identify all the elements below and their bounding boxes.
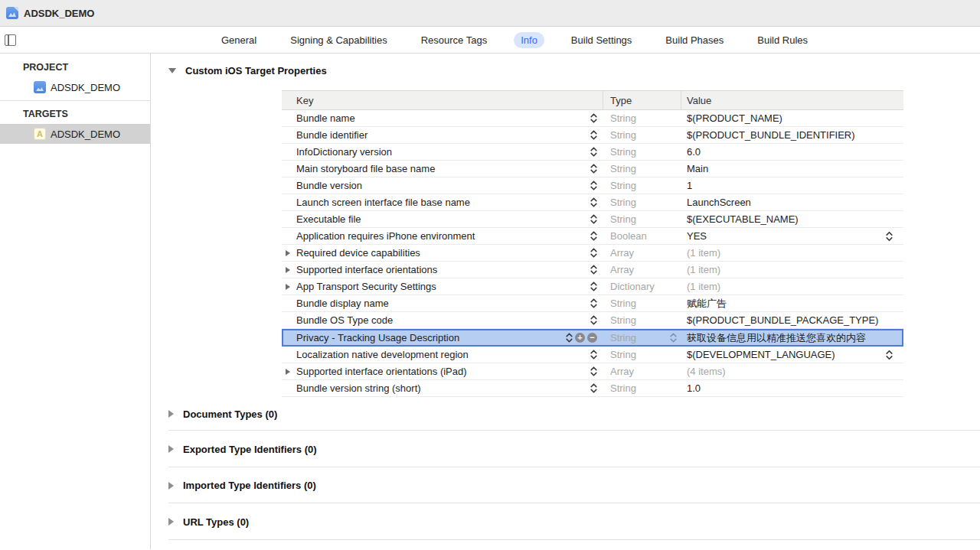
type-cell[interactable]: String — [603, 330, 681, 345]
key-stepper-icon[interactable] — [590, 315, 597, 325]
type-cell[interactable]: Dictionary — [603, 278, 681, 295]
key-cell[interactable]: Executable file + − — [282, 211, 603, 227]
value-cell[interactable]: 赋能广告 — [681, 295, 903, 311]
key-stepper-icon[interactable] — [590, 197, 597, 207]
tab-build-rules[interactable]: Build Rules — [750, 32, 815, 48]
type-cell[interactable]: Array — [603, 245, 681, 261]
type-cell[interactable]: String — [603, 312, 681, 328]
sidebar-item-target[interactable]: ADSDK_DEMO — [0, 124, 150, 144]
key-stepper-icon[interactable] — [590, 383, 597, 393]
value-cell[interactable]: 1 — [681, 177, 903, 194]
key-cell[interactable]: Bundle version + − — [282, 177, 603, 194]
value-cell[interactable]: $(PRODUCT_BUNDLE_PACKAGE_TYPE) — [681, 312, 903, 328]
sidebar-item-project[interactable]: ADSDK_DEMO — [0, 77, 150, 97]
type-cell[interactable]: String — [603, 347, 681, 363]
key-stepper-icon[interactable] — [590, 231, 597, 241]
plist-row[interactable]: Privacy - Tracking Usage Description + −… — [282, 329, 903, 347]
key-cell[interactable]: App Transport Security Settings + − — [282, 278, 603, 295]
disclosure-triangle-collapsed-icon[interactable] — [168, 445, 174, 453]
type-cell[interactable]: String — [603, 110, 681, 126]
disclosure-triangle-expanded-icon[interactable] — [168, 68, 176, 73]
section-exported-type-identifiers-0-[interactable]: Exported Type Identifiers (0) — [151, 431, 980, 467]
add-row-button[interactable]: + — [575, 333, 585, 343]
disclosure-triangle-collapsed-icon[interactable] — [286, 369, 290, 375]
value-cell[interactable]: (1 item) — [681, 262, 903, 278]
plist-row[interactable]: InfoDictionary version + − String 6.0 — [282, 144, 903, 161]
tab-general[interactable]: General — [214, 32, 263, 48]
tab-resource-tags[interactable]: Resource Tags — [414, 32, 494, 48]
key-stepper-icon[interactable] — [590, 248, 597, 258]
value-cell[interactable]: Main — [681, 161, 903, 177]
section-document-types-0-[interactable]: Document Types (0) — [151, 397, 980, 431]
sidebar-toggle-icon[interactable] — [5, 34, 16, 46]
type-cell[interactable]: String — [603, 295, 681, 311]
column-header-key[interactable]: Key — [282, 91, 603, 109]
plist-row[interactable]: Launch screen interface file base name +… — [282, 194, 903, 211]
key-cell[interactable]: Launch screen interface file base name +… — [282, 194, 603, 210]
type-cell[interactable]: Boolean — [603, 228, 681, 244]
key-cell[interactable]: Bundle version string (short) + − — [282, 380, 603, 396]
disclosure-triangle-collapsed-icon[interactable] — [286, 284, 290, 290]
value-cell[interactable]: (1 item) — [681, 245, 903, 261]
value-cell[interactable]: $(EXECUTABLE_NAME) — [681, 211, 903, 227]
plist-row[interactable]: Supported interface orientations (iPad) … — [282, 363, 903, 380]
key-cell[interactable]: Supported interface orientations + − — [282, 262, 603, 278]
plist-row[interactable]: Bundle OS Type code + − String $(PRODUCT… — [282, 312, 903, 329]
type-cell[interactable]: Array — [603, 363, 681, 379]
section-custom-ios-target-properties[interactable]: Custom iOS Target Properties — [168, 65, 327, 76]
tab-signing-capabilities[interactable]: Signing & Capabilities — [283, 32, 394, 48]
key-cell[interactable]: Application requires iPhone environment … — [282, 228, 603, 244]
plist-row[interactable]: Bundle version + − String 1 — [282, 177, 903, 194]
key-stepper-icon[interactable] — [566, 333, 573, 343]
section-imported-type-identifiers-0-[interactable]: Imported Type Identifiers (0) — [151, 467, 980, 503]
type-cell[interactable]: String — [603, 144, 681, 160]
key-cell[interactable]: Main storyboard file base name + − — [282, 161, 603, 177]
key-cell[interactable]: Privacy - Tracking Usage Description + − — [283, 330, 603, 345]
type-cell[interactable]: String — [603, 211, 681, 227]
plist-row[interactable]: Application requires iPhone environment … — [282, 228, 903, 245]
value-cell[interactable]: 1.0 — [681, 380, 903, 396]
key-cell[interactable]: Bundle name + − — [282, 110, 603, 126]
plist-row[interactable]: App Transport Security Settings + − Dict… — [282, 278, 903, 295]
type-cell[interactable]: String — [603, 177, 681, 194]
type-cell[interactable]: String — [603, 380, 681, 396]
key-stepper-icon[interactable] — [590, 282, 597, 291]
disclosure-triangle-collapsed-icon[interactable] — [168, 410, 174, 418]
key-stepper-icon[interactable] — [590, 113, 597, 123]
key-cell[interactable]: Supported interface orientations (iPad) … — [282, 363, 603, 379]
key-stepper-icon[interactable] — [590, 164, 597, 174]
value-cell[interactable]: 获取设备信息用以精准推送您喜欢的内容 — [681, 330, 902, 345]
key-cell[interactable]: Localization native development region +… — [282, 347, 603, 363]
key-stepper-icon[interactable] — [590, 214, 597, 224]
key-cell[interactable]: Bundle identifier + − — [282, 127, 603, 143]
section-url-types-0-[interactable]: URL Types (0) — [151, 503, 980, 540]
column-header-value[interactable]: Value — [681, 91, 903, 109]
value-cell[interactable]: $(PRODUCT_NAME) — [681, 110, 903, 126]
type-cell[interactable]: String — [603, 127, 681, 143]
key-cell[interactable]: Required device capabilities + − — [282, 245, 603, 261]
value-cell[interactable]: $(DEVELOPMENT_LANGUAGE) — [681, 347, 903, 363]
disclosure-triangle-collapsed-icon[interactable] — [286, 267, 290, 273]
key-stepper-icon[interactable] — [590, 181, 597, 190]
type-cell[interactable]: String — [603, 161, 681, 177]
plist-row[interactable]: Bundle display name + − String 赋能广告 — [282, 295, 903, 312]
disclosure-triangle-collapsed-icon[interactable] — [168, 518, 174, 526]
value-cell[interactable]: 6.0 — [681, 144, 903, 160]
key-stepper-icon[interactable] — [590, 366, 597, 376]
disclosure-triangle-collapsed-icon[interactable] — [286, 250, 290, 256]
key-cell[interactable]: Bundle OS Type code + − — [282, 312, 603, 328]
key-stepper-icon[interactable] — [590, 147, 597, 157]
key-stepper-icon[interactable] — [590, 298, 597, 308]
type-dropdown-chevron-icon[interactable] — [670, 333, 677, 343]
plist-row[interactable]: Localization native development region +… — [282, 347, 903, 363]
key-cell[interactable]: InfoDictionary version + − — [282, 144, 603, 160]
key-cell[interactable]: Bundle display name + − — [282, 295, 603, 311]
value-cell[interactable]: $(PRODUCT_BUNDLE_IDENTIFIER) — [681, 127, 903, 143]
tab-info[interactable]: Info — [514, 32, 544, 48]
type-cell[interactable]: String — [603, 194, 681, 210]
plist-row[interactable]: Required device capabilities + − Array (… — [282, 245, 903, 262]
key-stepper-icon[interactable] — [590, 265, 597, 275]
key-stepper-icon[interactable] — [590, 130, 597, 140]
plist-row[interactable]: Bundle name + − String $(PRODUCT_NAME) — [282, 110, 903, 127]
value-dropdown-chevron-icon[interactable] — [886, 350, 893, 360]
